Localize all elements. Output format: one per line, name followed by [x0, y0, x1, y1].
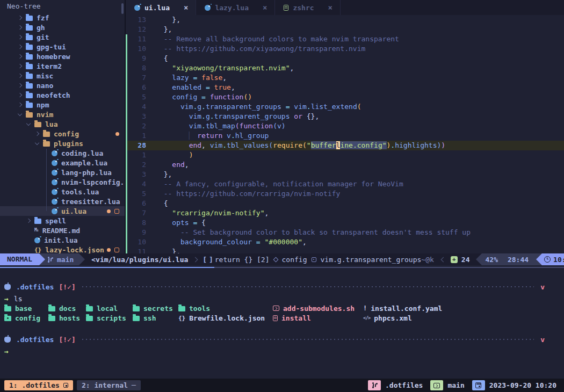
code-token: [206, 93, 210, 101]
tree-item-label: misc: [37, 72, 53, 80]
tree-item-misc[interactable]: misc: [0, 71, 125, 81]
code-line[interactable]: 5 config = function(): [126, 92, 564, 102]
code-line[interactable]: 7 "rcarriga/nvim-notify",: [126, 208, 564, 218]
tree-item-iterm2[interactable]: iterm2: [0, 61, 125, 71]
tab-lazy.lua[interactable]: lazy.lua×: [196, 0, 275, 15]
code-line[interactable]: 1 ): [126, 150, 564, 160]
code-line[interactable]: 6 {: [126, 199, 564, 208]
code-line[interactable]: 11 -- Remove all background colors to ma…: [126, 34, 564, 44]
tree-item-lua[interactable]: lua: [0, 119, 125, 129]
shell-pane[interactable]: .dotfiles [!✓] v → ls basedocslocalsecre…: [0, 268, 564, 379]
code-text: {: [146, 54, 168, 63]
lua-file-icon: [52, 189, 57, 195]
tree-indent-guide: [46, 149, 47, 211]
tree-item-spell[interactable]: spell: [0, 216, 125, 226]
code-line[interactable]: 3 },: [126, 170, 564, 179]
code-line[interactable]: 1 ▏ return v.hl_group: [126, 131, 564, 141]
code-token: ,: [302, 238, 307, 246]
tree-item-plugins[interactable]: plugins: [0, 139, 125, 148]
tree-item-gh[interactable]: gh: [0, 23, 125, 32]
code-token: [197, 74, 201, 82]
tree-item-example.lua[interactable]: example.lua: [0, 158, 125, 168]
code-token: [155, 238, 180, 246]
tree-item-gpg-tui[interactable]: gpg-tui: [0, 42, 125, 52]
code-line[interactable]: 12 },: [126, 25, 564, 34]
code-line[interactable]: 2 vim.tbl_map(function(v): [126, 121, 564, 131]
code-token: .: [201, 103, 206, 111]
code-line[interactable]: 5 -- https://github.com/rcarriga/nvim-no…: [126, 189, 564, 199]
tree-item-lang-php.lua[interactable]: lang-php.lua: [0, 168, 125, 177]
tmux-status-label: 2023-09-20 10:20: [489, 381, 556, 389]
folder-open-icon: [43, 141, 50, 147]
code-line[interactable]: 28 end, vim.tbl_values(require("bufferli…: [126, 141, 564, 150]
git-branch-icon: [372, 382, 378, 389]
tab-close-icon[interactable]: ×: [263, 3, 267, 12]
code-token: function: [210, 93, 244, 101]
gitsign-added-bar: [126, 218, 130, 228]
tree-item-lazy-lock.json[interactable]: lazy-lock.json: [0, 245, 125, 253]
code-token: =: [206, 83, 210, 91]
tree-item-homebrew[interactable]: homebrew: [0, 52, 125, 61]
tree-item-neofetch[interactable]: neofetch: [0, 90, 125, 100]
line-number: 8: [130, 63, 146, 73]
code-line[interactable]: 11 },: [126, 247, 564, 253]
code-line[interactable]: 8 opts = {: [126, 218, 564, 228]
code-line[interactable]: 9 -- Set background color to black so tr…: [126, 228, 564, 237]
code-line[interactable]: 2 end,: [126, 160, 564, 170]
code-line[interactable]: 8 "xiyaowong/transparent.nvim",: [126, 63, 564, 73]
code-line[interactable]: 10 background_colour = "#000000",: [126, 237, 564, 247]
tree-item-nvim[interactable]: nvim: [0, 110, 125, 119]
breadcrumb: return {} [2] config vim.g.transparent_g…: [203, 256, 421, 264]
line-number: 4: [130, 102, 146, 112]
code-token: g: [197, 103, 201, 111]
tab-ui.lua[interactable]: ui.lua×: [126, 0, 196, 15]
code-line[interactable]: 6 enabled = true,: [126, 83, 564, 92]
tree-item-ui.lua[interactable]: ui.lua: [0, 206, 125, 216]
tab-close-icon[interactable]: ×: [184, 3, 188, 12]
tree-item-label: iterm2: [37, 62, 62, 70]
tree-item-treesitter.lua[interactable]: treesitter.lua: [0, 197, 125, 206]
line-number: 28: [130, 141, 146, 150]
gitsign-added-bar: [126, 112, 130, 121]
code-token: list_extend: [311, 103, 357, 111]
ls-entry-label: scripts: [97, 314, 126, 322]
chevron-right-icon: [18, 93, 22, 97]
code-token: },: [155, 25, 172, 33]
tree-item-nvim-lspconfig.[interactable]: nvim-lspconfig.: [0, 177, 125, 187]
folder-icon: [26, 83, 33, 89]
neotree-scrollbar[interactable]: [121, 3, 124, 14]
code-line[interactable]: 4 -- A fancy, configurable, notification…: [126, 179, 564, 189]
powerline-separator: [476, 253, 482, 265]
code-token: -- https://github.com/xiyaowong/transpar…: [155, 45, 365, 53]
tab-zshrc[interactable]: zshrc×: [275, 0, 341, 15]
tree-item-init.lua[interactable]: init.lua: [0, 235, 125, 245]
code-line[interactable]: 4 vim.g.transparent_groups = vim.list_ex…: [126, 102, 564, 112]
tab-close-icon[interactable]: ×: [328, 3, 332, 12]
tmux-window-1.dotfiles[interactable]: 1: .dotfiles: [4, 380, 73, 390]
tree-item-fzf[interactable]: fzf: [0, 13, 125, 23]
tree-item-npm[interactable]: npm: [0, 100, 125, 110]
tree-item-tools.lua[interactable]: tools.lua: [0, 187, 125, 197]
tmux-window-2internal[interactable]: 2: internal─: [77, 380, 141, 390]
tree-item-config[interactable]: config: [0, 129, 125, 139]
folder-icon: [26, 45, 33, 50]
line-number: 5: [130, 189, 146, 199]
shell-prompt[interactable]: →: [4, 346, 560, 356]
tree-item-coding.lua[interactable]: coding.lua: [0, 148, 125, 158]
tree-item-nano[interactable]: nano: [0, 81, 125, 90]
code-buffer[interactable]: 13 },12 },11 -- Remove all background co…: [126, 15, 564, 253]
code-line[interactable]: 7 lazy = false,: [126, 73, 564, 83]
code-token: return: [197, 132, 222, 140]
tree-item-git[interactable]: git: [0, 32, 125, 42]
powerline-separator: [536, 253, 542, 265]
code-line[interactable]: 3 vim.g.transparent_groups or {},: [126, 112, 564, 121]
code-line[interactable]: 13 },: [126, 15, 564, 25]
lua-file-icon: [52, 179, 57, 185]
code-line[interactable]: 10 -- https://github.com/xiyaowong/trans…: [126, 44, 564, 54]
tree-item-README.md[interactable]: README.md: [0, 226, 125, 235]
code-line[interactable]: 9 {: [126, 54, 564, 63]
line-number: 8: [130, 218, 146, 228]
lua-file-icon: [52, 160, 57, 166]
code-text: -- https://github.com/xiyaowong/transpar…: [146, 44, 365, 54]
breadcrumb-chevron-icon: [193, 257, 198, 262]
